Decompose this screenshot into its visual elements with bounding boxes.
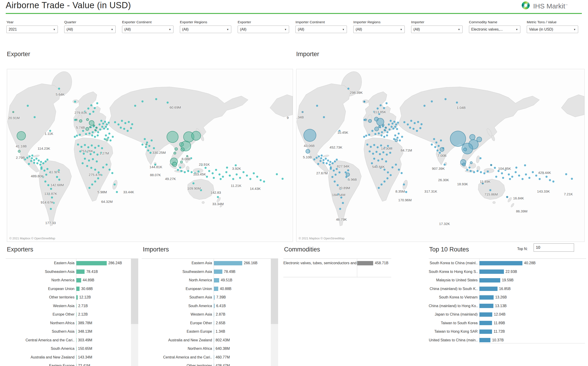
- map-mark-bubble[interactable]: [506, 196, 508, 198]
- map-mark-dot[interactable]: [395, 164, 397, 166]
- map-mark-dot[interactable]: [90, 167, 92, 169]
- map-mark-dot[interactable]: [330, 168, 332, 170]
- map-mark-dot[interactable]: [445, 98, 446, 100]
- bar-mark[interactable]: [479, 287, 498, 291]
- map-mark-dot[interactable]: [120, 127, 122, 129]
- bar-mark[interactable]: [76, 269, 85, 274]
- map-mark-dot[interactable]: [249, 178, 251, 180]
- bar-mark[interactable]: [479, 278, 500, 282]
- map-mark-dot[interactable]: [134, 105, 136, 107]
- map-mark-dot[interactable]: [42, 162, 44, 164]
- map-mark-dot[interactable]: [321, 154, 323, 157]
- map-mark-dot[interactable]: [98, 123, 101, 125]
- map-mark-dot[interactable]: [372, 153, 374, 155]
- map-mark-dot[interactable]: [43, 169, 46, 172]
- exporter-map[interactable]: © 2021 Mapbox © OpenStreetMap 5.64K20.91…: [7, 69, 293, 242]
- map-mark-dot[interactable]: [130, 127, 132, 129]
- map-mark-bubble[interactable]: [86, 118, 89, 121]
- map-mark-dot[interactable]: [336, 159, 338, 161]
- map-mark-dot[interactable]: [103, 128, 105, 130]
- map-mark-dot[interactable]: [31, 157, 33, 159]
- map-mark-dot[interactable]: [371, 162, 373, 164]
- bar-mark[interactable]: [479, 261, 522, 265]
- map-mark-dot[interactable]: [35, 158, 38, 160]
- map-mark-dot[interactable]: [92, 131, 94, 133]
- map-mark-dot[interactable]: [104, 121, 106, 123]
- map-mark-dot[interactable]: [495, 176, 497, 178]
- map-mark-dot[interactable]: [403, 121, 405, 123]
- map-mark-bubble[interactable]: [17, 131, 26, 140]
- map-mark-dot[interactable]: [489, 189, 491, 191]
- map-mark-dot[interactable]: [85, 133, 87, 135]
- map-mark-dot[interactable]: [398, 169, 400, 171]
- bar-mark[interactable]: [76, 304, 77, 308]
- map-mark-dot[interactable]: [377, 107, 379, 109]
- map-mark-dot[interactable]: [146, 141, 148, 144]
- map-mark-dot[interactable]: [494, 167, 496, 169]
- map-mark-dot[interactable]: [385, 160, 387, 162]
- map-mark-dot[interactable]: [94, 181, 96, 183]
- map-mark-dot[interactable]: [77, 144, 79, 145]
- map-mark-dot[interactable]: [383, 136, 385, 138]
- map-mark-bubble[interactable]: [306, 149, 310, 153]
- map-mark-bubble[interactable]: [364, 101, 365, 102]
- map-mark-dot[interactable]: [431, 100, 433, 102]
- map-mark-dot[interactable]: [391, 122, 394, 125]
- map-mark-dot[interactable]: [56, 176, 58, 178]
- map-mark-dot[interactable]: [390, 174, 392, 176]
- map-mark-dot[interactable]: [114, 183, 116, 185]
- map-mark-dot[interactable]: [501, 172, 503, 174]
- map-mark-dot[interactable]: [394, 126, 396, 128]
- map-mark-dot[interactable]: [106, 164, 108, 166]
- map-mark-dot[interactable]: [205, 167, 207, 169]
- map-mark-dot[interactable]: [94, 169, 96, 171]
- map-mark-dot[interactable]: [88, 132, 90, 134]
- map-mark-dot[interactable]: [483, 172, 485, 174]
- map-mark-dot[interactable]: [101, 126, 103, 128]
- map-mark-dot[interactable]: [148, 145, 150, 147]
- map-mark-dot[interactable]: [371, 130, 373, 132]
- map-mark-dot[interactable]: [101, 147, 103, 149]
- map-mark-bubble[interactable]: [89, 126, 91, 128]
- map-mark-dot[interactable]: [260, 179, 262, 181]
- map-mark-dot[interactable]: [347, 88, 350, 90]
- map-mark-dot[interactable]: [401, 172, 403, 174]
- map-mark-dot[interactable]: [97, 131, 99, 133]
- map-mark-bubble[interactable]: [179, 142, 184, 147]
- map-mark-dot[interactable]: [393, 121, 395, 123]
- map-mark-dot[interactable]: [145, 146, 147, 148]
- map-mark-dot[interactable]: [332, 162, 334, 164]
- map-mark-bubble[interactable]: [490, 164, 492, 166]
- map-mark-dot[interactable]: [435, 141, 437, 144]
- filter-dropdown-year[interactable]: 2021▼: [6, 26, 58, 33]
- bar-mark[interactable]: [357, 261, 373, 265]
- map-mark-dot[interactable]: [419, 127, 421, 129]
- map-mark-dot[interactable]: [253, 172, 255, 174]
- map-mark-dot[interactable]: [515, 171, 517, 173]
- map-mark-dot[interactable]: [333, 169, 335, 172]
- map-mark-dot[interactable]: [546, 176, 548, 178]
- map-mark-bubble[interactable]: [346, 173, 350, 177]
- map-mark-dot[interactable]: [114, 121, 116, 123]
- map-mark-dot[interactable]: [565, 173, 567, 175]
- map-mark-dot[interactable]: [191, 171, 193, 173]
- map-mark-dot[interactable]: [96, 102, 98, 104]
- map-mark-dot[interactable]: [131, 123, 133, 125]
- map-mark-dot[interactable]: [87, 146, 89, 148]
- map-mark-dot[interactable]: [98, 145, 100, 147]
- map-mark-dot[interactable]: [144, 138, 146, 140]
- map-mark-dot[interactable]: [386, 177, 389, 179]
- map-mark-dot[interactable]: [30, 160, 32, 162]
- bar-mark[interactable]: [479, 338, 490, 342]
- map-mark-dot[interactable]: [318, 155, 320, 157]
- map-mark-dot[interactable]: [378, 132, 380, 134]
- map-mark-dot[interactable]: [347, 169, 349, 171]
- map-mark-dot[interactable]: [263, 181, 265, 183]
- map-mark-dot[interactable]: [282, 178, 284, 180]
- map-mark-dot[interactable]: [34, 116, 36, 118]
- map-mark-dot[interactable]: [213, 177, 215, 179]
- bar-mark[interactable]: [479, 312, 492, 317]
- map-mark-dot[interactable]: [212, 172, 214, 174]
- map-mark-dot[interactable]: [86, 165, 88, 167]
- map-mark-dot[interactable]: [58, 88, 60, 90]
